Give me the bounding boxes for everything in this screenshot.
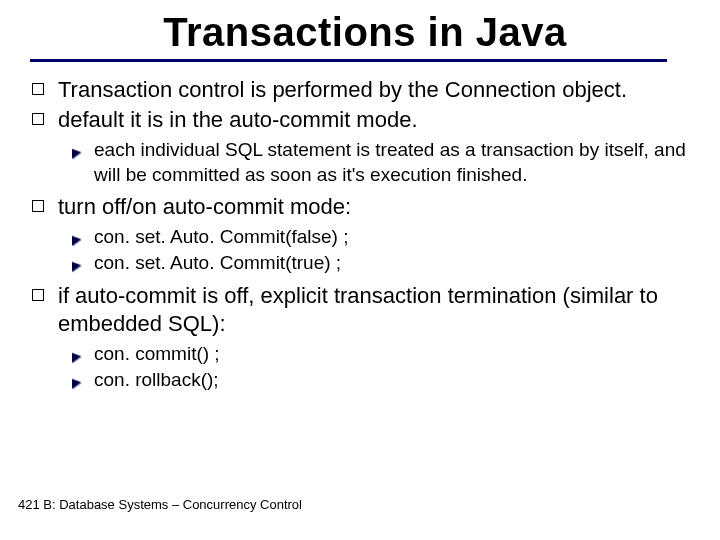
bullet-item: if auto-commit is off, explicit transact… (32, 282, 700, 393)
bullet-list: Transaction control is performed by the … (32, 76, 700, 393)
bullet-text: if auto-commit is off, explicit transact… (58, 283, 658, 336)
sub-item: con. commit() ; (68, 342, 700, 366)
bullet-item: Transaction control is performed by the … (32, 76, 700, 104)
bullet-text: default it is in the auto-commit mode. (58, 107, 418, 132)
slide: Transactions in Java Transaction control… (0, 0, 720, 540)
sub-item: con. rollback(); (68, 368, 700, 392)
sub-list: each individual SQL statement is treated… (58, 138, 700, 187)
bullet-item: default it is in the auto-commit mode. e… (32, 106, 700, 187)
sub-item: each individual SQL statement is treated… (68, 138, 700, 187)
sub-list: con. commit() ; con. rollback(); (58, 342, 700, 393)
slide-title: Transactions in Java (30, 10, 700, 55)
sub-item: con. set. Auto. Commit(true) ; (68, 251, 700, 275)
bullet-item: turn off/on auto-commit mode: con. set. … (32, 193, 700, 276)
slide-footer: 421 B: Database Systems – Concurrency Co… (18, 497, 302, 512)
bullet-text: turn off/on auto-commit mode: (58, 194, 351, 219)
sub-item: con. set. Auto. Commit(false) ; (68, 225, 700, 249)
sub-list: con. set. Auto. Commit(false) ; con. set… (58, 225, 700, 276)
title-underline (30, 59, 667, 62)
bullet-text: Transaction control is performed by the … (58, 77, 627, 102)
